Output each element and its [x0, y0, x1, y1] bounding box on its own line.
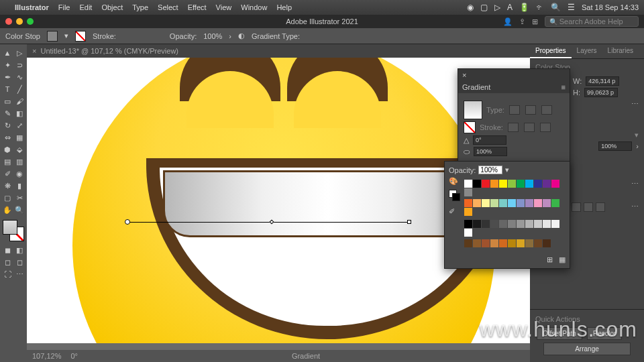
- fill-swatch[interactable]: [47, 31, 58, 42]
- paintbrush-tool[interactable]: 🖌: [13, 95, 25, 107]
- menu-type[interactable]: Type: [132, 3, 148, 11]
- close-button[interactable]: [5, 18, 12, 25]
- mini-stroke[interactable]: [452, 193, 460, 201]
- stroke-across[interactable]: [540, 123, 551, 132]
- arrange-button[interactable]: Arrange: [543, 343, 631, 355]
- curvature-tool[interactable]: ∿: [13, 71, 25, 83]
- free-transform-tool[interactable]: ▦: [13, 131, 25, 143]
- freeform-gradient-button[interactable]: [541, 105, 552, 115]
- edit-toolbar[interactable]: ⋯: [13, 268, 25, 280]
- width-tool[interactable]: ⇔: [1, 131, 13, 143]
- align-vcenter[interactable]: [584, 202, 593, 212]
- menu-window[interactable]: Window: [241, 3, 267, 11]
- menu-view[interactable]: View: [216, 3, 232, 11]
- zoom-tool[interactable]: 🔍: [13, 204, 25, 216]
- shaper-tool[interactable]: ✎: [1, 107, 13, 119]
- selection-tool[interactable]: ▲: [1, 47, 13, 59]
- blend-tool[interactable]: ◉: [13, 168, 25, 180]
- play-icon[interactable]: ▷: [494, 3, 500, 12]
- perspective-tool[interactable]: ⬙: [13, 143, 25, 156]
- pen-tool[interactable]: ✒: [1, 71, 13, 83]
- swatch-cell[interactable]: [464, 239, 472, 247]
- align-bottom[interactable]: [596, 202, 605, 212]
- gradient-mode[interactable]: ◧: [13, 244, 25, 256]
- draw-behind[interactable]: ◻: [13, 256, 25, 268]
- swatch-cell[interactable]: [543, 199, 551, 207]
- swatch-cell[interactable]: [490, 220, 498, 228]
- eyedropper-tool[interactable]: ✐: [1, 168, 13, 180]
- help-search[interactable]: 🔍 Search Adobe Help: [545, 16, 639, 27]
- swatch-cell[interactable]: [464, 188, 472, 196]
- gradient-annotator[interactable]: [127, 222, 409, 223]
- gradient-tool[interactable]: ▥: [13, 156, 25, 168]
- swatch-cell[interactable]: [490, 239, 498, 247]
- swatch-cell[interactable]: [482, 199, 490, 207]
- swatch-cell[interactable]: [499, 199, 507, 207]
- swatch-cell[interactable]: [517, 180, 525, 188]
- teeth-shape[interactable]: [163, 170, 492, 237]
- shape-builder-tool[interactable]: ⬢: [1, 143, 13, 156]
- zoom-level[interactable]: 107,12%: [32, 352, 61, 360]
- direct-selection-tool[interactable]: ▷: [13, 47, 25, 59]
- maximize-button[interactable]: [27, 18, 34, 25]
- tab-libraries[interactable]: Libraries: [602, 44, 639, 58]
- w-field[interactable]: 426,314 p: [586, 76, 619, 86]
- wifi-icon[interactable]: ᯤ: [536, 3, 544, 12]
- swatch-cell[interactable]: [525, 239, 533, 247]
- gradient-start-handle[interactable]: [125, 219, 130, 225]
- swatch-cell[interactable]: [525, 220, 533, 228]
- swatch-cell[interactable]: [464, 208, 472, 216]
- menu-select[interactable]: Select: [158, 3, 178, 11]
- swatch-cell[interactable]: [490, 199, 498, 207]
- stroke-along[interactable]: [524, 123, 535, 132]
- swatch-cell[interactable]: [473, 220, 481, 228]
- new-swatch-icon[interactable]: ⊞: [547, 255, 553, 263]
- rotate-tool[interactable]: ↻: [1, 119, 13, 131]
- swatch-cell[interactable]: [534, 199, 542, 207]
- swatch-toggle-icon[interactable]: ▾: [64, 32, 68, 40]
- screen-mode[interactable]: ⛶: [1, 268, 13, 280]
- share-icon[interactable]: ⇪: [519, 17, 525, 26]
- swatch-cell[interactable]: [464, 180, 472, 188]
- scale-tool[interactable]: ⤢: [13, 119, 25, 131]
- tab-close-icon[interactable]: ×: [32, 47, 36, 55]
- gradient-aspect[interactable]: 100%: [474, 147, 507, 156]
- tab-layers[interactable]: Layers: [572, 44, 602, 58]
- swatch-cell[interactable]: [499, 220, 507, 228]
- display-icon[interactable]: ▢: [480, 3, 488, 12]
- gradient-end-handle[interactable]: [407, 220, 411, 224]
- close-panel-icon[interactable]: ×: [462, 71, 466, 79]
- hand-tool[interactable]: ✋: [1, 204, 13, 216]
- menu-help[interactable]: Help: [276, 3, 292, 11]
- swatch-cell[interactable]: [473, 239, 481, 247]
- a-icon[interactable]: A: [507, 3, 513, 12]
- controlcenter-icon[interactable]: ☰: [568, 3, 575, 12]
- type-tool[interactable]: T: [1, 83, 13, 95]
- swatch-cell[interactable]: [543, 220, 551, 228]
- opacity-field[interactable]: 100%: [598, 141, 632, 151]
- swatch-cell[interactable]: [464, 199, 472, 207]
- swatch-cell[interactable]: [508, 239, 516, 247]
- swatch-cell[interactable]: [525, 180, 533, 188]
- swatch-cell[interactable]: [499, 239, 507, 247]
- swatch-cell[interactable]: [551, 199, 559, 207]
- swatch-cell[interactable]: [517, 239, 525, 247]
- menu-object[interactable]: Object: [101, 3, 123, 11]
- record-icon[interactable]: ◉: [467, 3, 474, 12]
- swatch-cell[interactable]: [543, 239, 551, 247]
- swatch-cell[interactable]: [490, 180, 498, 188]
- panel-menu-icon[interactable]: ≡: [561, 83, 566, 91]
- opacity-value[interactable]: 100%: [203, 32, 222, 40]
- symbol-sprayer-tool[interactable]: ❋: [1, 180, 13, 192]
- menu-file[interactable]: File: [58, 3, 70, 11]
- menu-edit[interactable]: Edit: [79, 3, 92, 11]
- menu-effect[interactable]: Effect: [188, 3, 207, 11]
- user-icon[interactable]: 👤: [503, 17, 513, 26]
- current-fill[interactable]: [3, 220, 17, 235]
- linear-gradient-button[interactable]: [509, 105, 520, 115]
- workspace-icon[interactable]: ⊞: [532, 17, 538, 26]
- mesh-tool[interactable]: ▤: [1, 156, 13, 168]
- swatch-cell[interactable]: [551, 180, 559, 188]
- sw-eyedropper-icon[interactable]: ✐: [449, 207, 460, 216]
- gradient-stroke-swatch[interactable]: [464, 121, 476, 133]
